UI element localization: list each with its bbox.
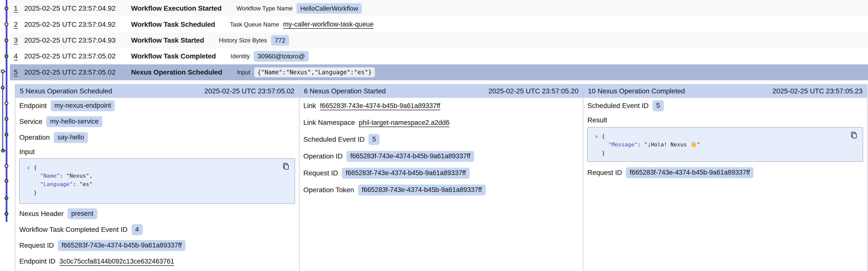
event-field-label: Input: [237, 69, 250, 76]
event-history-table: 1 2025-02-25 UTC 23:57:04.92 Workflow Ex…: [10, 0, 868, 80]
event-name: Workflow Task Scheduled: [131, 21, 215, 28]
panel-header: 10 Nexus Operation Completed 2025-02-25 …: [583, 85, 867, 98]
event-id-link[interactable]: 3: [14, 36, 21, 44]
event-time: 2025-02-25 UTC 23:57:04.93: [24, 36, 131, 44]
field-nexus-header: Nexus Header present: [19, 208, 295, 220]
timeline-dot-green: [5, 54, 8, 58]
operation-id-badge: f665283f-743e-4374-b45b-9a61a89337ff: [346, 151, 474, 162]
field-scheduled-event-id: Scheduled Event ID 5: [303, 134, 579, 145]
timeline-dot-green: [5, 212, 8, 216]
event-name: Workflow Execution Started: [131, 4, 222, 12]
task-queue-link[interactable]: my-caller-workflow-task-queue: [283, 21, 374, 28]
request-id-badge: f665283f-743e-4374-b45b-9a61a89337ff: [626, 167, 753, 178]
result-label: Result: [587, 116, 863, 125]
event-time: 2025-02-25 UTC 23:57:04.92: [24, 4, 131, 12]
panel-timestamp: 2025-02-25 UTC 23:57:05.02: [204, 87, 294, 95]
timeline-dot-green: [1, 149, 5, 153]
panel-nexus-operation-scheduled: 5 Nexus Operation Scheduled 2025-02-25 U…: [16, 85, 299, 271]
event-row-2[interactable]: 2 2025-02-25 UTC 23:57:04.92 Workflow Ta…: [10, 16, 868, 32]
event-row-1[interactable]: 1 2025-02-25 UTC 23:57:04.92 Workflow Ex…: [10, 0, 868, 16]
field-operation: Operation say-hello: [19, 132, 295, 143]
event-time: 2025-02-25 UTC 23:57:05.02: [24, 69, 131, 76]
service-badge: my-hello-service: [46, 116, 102, 127]
timeline-dot-white: [5, 23, 8, 26]
event-field-value-badge: HelloCallerWorkflow: [297, 3, 362, 14]
event-id-link[interactable]: 4: [14, 52, 21, 60]
scheduled-event-id-badge: 5: [653, 100, 664, 111]
timeline-dot-gray: [1, 86, 5, 90]
panel-body: Scheduled Event ID 5 Result ∨{ "Message"…: [583, 98, 867, 271]
panel-timestamp: 2025-02-25 UTC 23:57:05.20: [488, 87, 579, 95]
event-id-link[interactable]: 5: [14, 69, 21, 76]
link-namespace-link[interactable]: phil-target-namespace2.a2dd6: [359, 119, 450, 127]
request-id-badge: f665283f-743e-4374-b45b-9a61a89337ff: [342, 168, 470, 179]
timeline-dot-white: [5, 164, 8, 168]
field-link-namespace: Link Namespace phil-target-namespace2.a2…: [303, 117, 579, 129]
event-field-value-badge: 772: [271, 35, 289, 46]
field-request-id: Request ID f665283f-743e-4374-b45b-9a61a…: [303, 167, 579, 179]
collapse-chevron-icon[interactable]: ∨: [27, 163, 33, 172]
timeline-dot-gray: [5, 39, 8, 43]
timeline-dot-green: [5, 133, 8, 136]
field-operation-id: Operation ID f665283f-743e-4374-b45b-9a6…: [303, 151, 579, 162]
result-json-viewer: ∨{ "Message": "¡Hola! Nexus 👋" }: [587, 127, 863, 162]
scheduled-event-id-badge: 5: [369, 134, 380, 145]
event-time: 2025-02-25 UTC 23:57:05.02: [24, 52, 131, 60]
field-endpoint: Endpoint my-nexus-endpoint: [19, 100, 295, 112]
field-scheduled-event-id: Scheduled Event ID 5: [587, 100, 863, 112]
event-row-5-selected[interactable]: 5 2025-02-25 UTC 23:57:05.02 Nexus Opera…: [10, 64, 868, 80]
field-request-id: Request ID f665283f-743e-4374-b45b-9a61a…: [587, 167, 863, 179]
input-json-viewer: ∨{ "Name": "Nexus", "Language": "es" }: [19, 158, 295, 204]
event-field-label: Task Queue Name: [230, 21, 279, 28]
timeline-dot-green: [5, 196, 8, 200]
panel-nexus-operation-started: 6 Nexus Operation Started 2025-02-25 UTC…: [299, 85, 583, 271]
event-name: Workflow Task Completed: [131, 52, 216, 60]
timeline-dot-gray: [5, 179, 8, 183]
panel-body: Link f665283f-743e-4374-b45b-9a61a89337f…: [300, 98, 583, 271]
event-name: Workflow Task Started: [131, 36, 204, 44]
event-timeline-rail: [0, 0, 13, 271]
event-id-badge: 4: [131, 224, 143, 235]
panel-header: 6 Nexus Operation Started 2025-02-25 UTC…: [300, 85, 583, 98]
timeline-main-line: [6, 0, 7, 222]
copy-icon[interactable]: [850, 131, 858, 139]
event-field-label: History Size Bytes: [219, 37, 267, 44]
endpoint-badge: my-nexus-endpoint: [51, 100, 115, 111]
panel-title: 6 Nexus Operation Started: [304, 87, 386, 95]
event-field-label: Identity: [231, 53, 250, 60]
endpoint-id-link[interactable]: 3c0c75ccfa8144b092c13ce632463761: [59, 258, 174, 265]
event-time: 2025-02-25 UTC 23:57:04.92: [24, 21, 131, 28]
field-request-id: Request ID f665283f-743e-4374-b45b-9a61a…: [19, 240, 295, 251]
panel-title: 10 Nexus Operation Completed: [588, 87, 685, 95]
field-service: Service my-hello-service: [19, 116, 295, 128]
timeline-branch-line: [2, 71, 3, 151]
collapse-chevron-icon[interactable]: ∨: [595, 132, 601, 140]
operation-badge: say-hello: [54, 132, 88, 143]
nexus-header-badge: present: [67, 208, 97, 219]
operation-token-badge: f665283f-743e-4374-b45b-9a61a89337ff: [358, 185, 486, 195]
request-id-badge: f665283f-743e-4374-b45b-9a61a89337ff: [58, 240, 185, 251]
event-row-3[interactable]: 3 2025-02-25 UTC 23:57:04.93 Workflow Ta…: [10, 32, 868, 48]
panel-header: 5 Nexus Operation Scheduled 2025-02-25 U…: [16, 85, 299, 98]
event-name: Nexus Operation Scheduled: [131, 69, 222, 76]
field-operation-token: Operation Token f665283f-743e-4374-b45b-…: [303, 184, 579, 196]
event-id-link[interactable]: 1: [14, 4, 21, 12]
link-uuid-link[interactable]: f665283f-743e-4374-b45b-9a61a89337ff: [320, 102, 440, 110]
timeline-dot-gray: [5, 7, 8, 10]
panel-title: 5 Nexus Operation Scheduled: [20, 87, 112, 95]
timeline-dot-gray: [5, 117, 8, 121]
timeline-dot-white: [5, 102, 8, 105]
field-link: Link f665283f-743e-4374-b45b-9a61a89337f…: [303, 100, 579, 112]
panel-nexus-operation-completed: 10 Nexus Operation Completed 2025-02-25 …: [583, 85, 867, 271]
event-row-4[interactable]: 4 2025-02-25 UTC 23:57:05.02 Workflow Ta…: [10, 48, 868, 64]
event-field-label: Workflow Type Name: [237, 5, 292, 12]
field-endpoint-id: Endpoint ID 3c0c75ccfa8144b092c13ce63246…: [19, 255, 295, 267]
panel-timestamp: 2025-02-25 UTC 23:57:05.23: [773, 87, 863, 95]
event-field-value-badge: 30960@totoro@: [254, 51, 309, 62]
field-wft-completed-event-id: Workflow Task Completed Event ID 4: [19, 224, 295, 236]
copy-icon[interactable]: [282, 162, 290, 171]
timeline-dot-white: [1, 70, 5, 73]
event-detail-panels: 5 Nexus Operation Scheduled 2025-02-25 U…: [15, 84, 868, 271]
input-label: Input: [19, 147, 295, 156]
event-id-link[interactable]: 2: [14, 21, 21, 28]
